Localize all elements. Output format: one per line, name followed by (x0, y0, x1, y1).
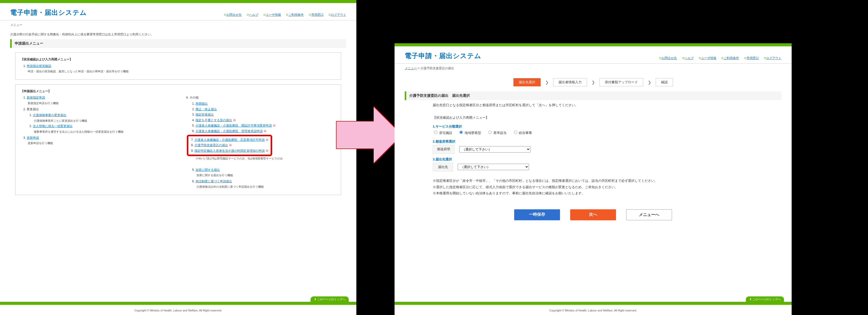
new-apply-link[interactable]: 新規指定申請 (27, 96, 45, 99)
manager-approve-link[interactable]: 介護老人保健施設・介護医療院 管理者承認申請 (195, 130, 263, 133)
menu-box: 【申請届出メニュー】 新規指定申請 新規指定申請を行う機能 変更届出 介護保険事… (15, 84, 341, 195)
menu-heading: 【申請届出メニュー】 (21, 89, 336, 94)
note-mark: ※ (266, 149, 269, 152)
note-mark: ※ (273, 124, 276, 127)
status-heading: 【状況確認および入力再開メニュー】 (433, 115, 753, 121)
breadcrumb-menu-link[interactable]: メニュー (405, 66, 417, 70)
menu-button[interactable]: メニューへ (626, 209, 672, 220)
step-destination[interactable]: 届出先選択 (514, 78, 541, 86)
other-label: その他 (189, 96, 198, 99)
copyright: Copyright © Ministry of Health, Labour a… (395, 309, 792, 312)
app-title: 電子申請・届出システム (405, 52, 482, 60)
next-button[interactable]: 次へ (570, 209, 616, 220)
link-terms[interactable]: ご利用条件 (721, 56, 739, 60)
screen-menu: 電子申請・届出システム お問合せ先 ヘルプ ユーザ情報 ご利用条件 専用窓口 ロ… (0, 0, 356, 315)
note-mark: ※ (266, 138, 269, 142)
step-submitter[interactable]: 届出者情報入力 (553, 78, 587, 86)
otherlaw-desc: 介護保険法以外の法制度に基づく申請届出を行う機能 (196, 185, 264, 188)
note-1: ※指定権者区分が「政令市・中核市」、「その他の市区町村」となる場合には、指定権者… (433, 178, 753, 184)
header-links: お問合せ先 ヘルプ ユーザ情報 ご利用条件 専用窓口 ログアウト (655, 56, 781, 60)
step-upload[interactable]: 添付書類アップロード (599, 78, 643, 86)
resume-link[interactable]: 再開届出 (195, 102, 208, 106)
notice-text: 介護分野の行政手続に関する簡素化・利便性向上に係る要望専用窓口は右上専用窓口より… (0, 30, 356, 37)
otherlaw-link[interactable]: 他法制度に基づく申請届出 (195, 179, 232, 183)
link-help[interactable]: ヘルプ (682, 56, 694, 60)
decline-link[interactable]: 指定辞退届出 (195, 113, 214, 116)
change-corp-link[interactable]: 法人情報に係る一括変更届出 (33, 124, 72, 128)
menu-right-col: その他 再開届出 廃止・休止届出 指定辞退届出 指定を不要とする旨の届出 ※ 介… (183, 94, 336, 191)
back-to-top-button[interactable]: このページのトップへ (311, 296, 349, 302)
link-special[interactable]: 専用窓口 (744, 56, 759, 60)
header: 電子申請・届出システム お問合せ先 ヘルプ ユーザ情報 ご利用条件 専用窓口 ロ… (395, 46, 792, 64)
header-links: お問合せ先 ヘルプ ユーザ情報 ご利用条件 専用窓口 ログアウト (220, 13, 346, 17)
link-logout[interactable]: ログアウト (328, 13, 346, 17)
unnecessary-link[interactable]: 指定を不要とする旨の届出 (195, 118, 232, 122)
link-contact[interactable]: お問合せ先 (224, 13, 242, 17)
menu-left-col: 新規指定申請 新規指定申請を行う機能 変更届出 介護保険事業の変更届出 介護保険… (21, 94, 173, 191)
action-buttons: 一時保存 次へ メニューへ (395, 202, 792, 235)
radio-community[interactable]: 地域密着型 (458, 131, 481, 135)
link-userinfo[interactable]: ユーザ情報 (699, 56, 716, 60)
change-label: 変更届出 (27, 108, 39, 111)
top-accent-bar (0, 0, 356, 3)
ad-permit-link[interactable]: 介護老人保健施設・介護医療院 広告事項許可申請 (194, 138, 265, 142)
link-help[interactable]: ヘルプ (247, 13, 258, 17)
breadcrumb: メニュー > 介護予防支援委託の届出 (395, 64, 792, 73)
prevention-delegate-link[interactable]: 介護予防支援委託の届出 (194, 143, 228, 147)
highlight-box: 介護老人保健施設・介護医療院 広告事項許可申請 ※ 介護予防支援委託の届出 ※ … (187, 135, 272, 156)
renew-apply-desc: 更新申請を行う機能 (28, 142, 53, 145)
addition-desc: 加算に関する届出を行う機能 (196, 174, 233, 177)
link-contact[interactable]: お問合せ先 (659, 56, 677, 60)
abolish-link[interactable]: 廃止・休止届出 (195, 108, 217, 111)
top-accent-bar (395, 43, 792, 46)
save-draft-button[interactable]: 一時保存 (514, 209, 560, 220)
link-logout[interactable]: ログアウト (764, 56, 781, 60)
capacity-increase-link[interactable]: 指定特定施設入居者生活介護の利用定員増加の申請 (194, 149, 265, 152)
radio-comprehensive[interactable]: 総合事業 (513, 131, 532, 135)
status-check-desc: 申請・届出の状況確認、差戻しとなった申請・届出の再申請・届出等を行う機能 (28, 70, 128, 73)
chevron-right-icon: ❯ (648, 80, 651, 85)
section-heading: 申請届出メニュー (10, 39, 346, 48)
note-3: ※本格運用を開始していない自治体もありますので、事前に届出先自治体に確認をお願い… (433, 190, 753, 197)
note-mark: ※ (264, 130, 267, 133)
renew-apply-link[interactable]: 更新申請 (27, 136, 39, 140)
q1-label: 1.サービス分類選択 (433, 123, 753, 130)
radio-residential[interactable]: 居宅施設 (433, 131, 452, 135)
note-2: ※選択した指定権者区分に応じて、様式入力画面で選択できる届出サービスの種類が変更… (433, 184, 753, 191)
chevron-right-icon: ❯ (545, 80, 549, 85)
status-box: 【状況確認および入力再開メニュー】 申請届出状況確認 申請・届出の状況確認、差戻… (15, 53, 341, 80)
new-apply-desc: 新規指定申請を行う機能 (28, 102, 59, 105)
service-class-radios: 居宅施設 地域密着型 基準該当 総合事業 (433, 130, 753, 136)
bottom-accent-bar (0, 302, 356, 305)
copyright: Copyright © Ministry of Health, Labour a… (0, 309, 356, 312)
link-terms[interactable]: ご利用条件 (286, 13, 304, 17)
addition-link[interactable]: 加算に関する届出 (195, 168, 220, 172)
destination-select[interactable]: （選択して下さい） (458, 164, 529, 170)
change-biz-link[interactable]: 介護保険事業の変更届出 (33, 113, 66, 117)
open-permit-link[interactable]: 介護老人保健施設・介護医療院 開設許可事項変更申請 (195, 124, 272, 127)
lead-text: 届出先窓口となる指定権者区分と都道府県または市区町村を選択して「次へ」を押してく… (433, 102, 753, 109)
step-confirm[interactable]: 確認 (656, 78, 673, 86)
screen-destination-select: 電子申請・届出システム お問合せ先 ヘルプ ユーザ情報 ご利用条件 専用窓口 ロ… (395, 43, 792, 315)
app-title: 電子申請・届出システム (10, 8, 87, 17)
form-area: 届出先窓口となる指定権者区分と都道府県または市区町村を選択して「次へ」を押してく… (395, 100, 792, 202)
prefecture-select[interactable]: （選択して下さい） (459, 146, 530, 152)
wizard-steps: 届出先選択 ❯ 届出者情報入力 ❯ 添付書類アップロード ❯ 確認 (395, 73, 792, 91)
link-userinfo[interactable]: ユーザ情報 (263, 13, 281, 17)
status-check-link[interactable]: 申請届出状況確認 (27, 64, 51, 68)
chevron-right-icon: ❯ (592, 80, 595, 85)
section-heading: 介護予防支援委託の届出 届出先選択 (405, 91, 781, 100)
link-special[interactable]: 専用窓口 (309, 13, 323, 17)
breadcrumb: メニュー (0, 20, 356, 30)
radio-standard[interactable]: 基準該当 (487, 131, 507, 135)
q3-label: 3.届出先選択 (433, 156, 753, 163)
note-mark: ※ (229, 143, 232, 147)
change-corp-desc: 複数事業所を運営する法人における法人情報の一括変更届出を行う機能 (34, 130, 123, 133)
note-mark: ※ (233, 118, 236, 122)
destination-label: 届出先 (433, 163, 453, 172)
header: 電子申請・届出システム お問合せ先 ヘルプ ユーザ情報 ご利用条件 専用窓口 ロ… (0, 3, 356, 20)
back-to-top-button[interactable]: このページのトップへ (746, 296, 784, 302)
change-biz-desc: 介護保険事業所ごとに変更届出を行う機能 (34, 119, 87, 122)
prefecture-label: 都道府県 (433, 145, 455, 154)
status-heading: 【状況確認および入力再開メニュー】 (21, 57, 336, 62)
